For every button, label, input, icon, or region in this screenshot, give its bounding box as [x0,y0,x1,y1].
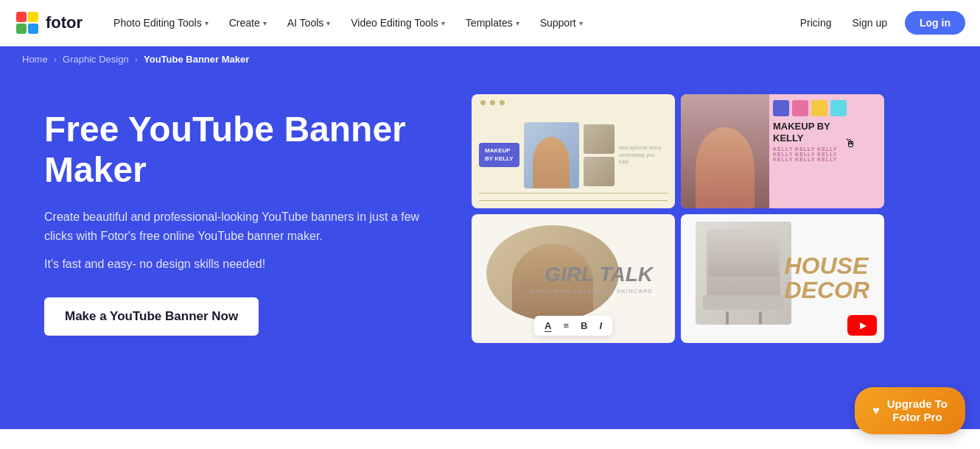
cursor-icon: 🖱 [844,137,856,150]
tpl2-color-3 [811,100,827,116]
leg-1 [726,311,729,325]
hero-section: Free YouTube Banner Maker Create beautif… [0,72,980,429]
tpl4-youtube-icon [847,315,877,336]
heart-icon: ♥ [872,404,880,417]
toolbar-italic-icon[interactable]: I [599,320,602,331]
tpl1-inner: MAKEUPBY KELLY new episode every wednesd… [479,122,668,188]
tpl2-content: MAKEUP BYKELLY KELLY KELLY KELLYKELLY KE… [773,100,878,162]
nav-items: Photo Editing Tools ▾ Create ▾ AI Tools … [105,11,797,35]
svg-rect-1 [16,12,27,22]
tpl1-line-1 [479,193,668,194]
chair-seat [703,295,784,310]
tpl4-title: HOUSE DECOR [784,254,869,303]
nav-templates[interactable]: Templates ▾ [457,11,528,35]
fotor-logo-icon [15,10,40,35]
upgrade-button[interactable]: ♥ Upgrade ToFotor Pro [855,387,965,434]
svg-rect-2 [28,12,38,22]
tpl1-small-photos [584,124,615,186]
hero-title: Free YouTube Banner Maker [44,109,472,190]
nav-photo-editing[interactable]: Photo Editing Tools ▾ [105,11,217,35]
chevron-down-icon: ▾ [441,19,445,27]
template-card-4[interactable]: HOUSE DECOR [681,214,884,343]
chevron-down-icon: ▾ [326,19,330,27]
dot-1 [480,100,486,105]
navbar: fotor Photo Editing Tools ▾ Create ▾ AI … [0,0,980,46]
brand-name: fotor [46,13,83,32]
tpl2-repeat-text: KELLY KELLY KELLYKELLY KELLY KELLYKELLY … [773,146,878,162]
svg-rect-3 [16,24,27,34]
breadcrumb-separator-1: › [54,54,57,65]
chair-legs [710,310,777,325]
template-previews: MAKEUPBY KELLY new episode every wednesd… [472,94,884,343]
chevron-down-icon: ▾ [263,19,267,27]
tpl2-color-blocks [773,100,878,116]
tpl3-text: GIRL TALK SUBSCRIBE | GLAM101 | SKINCARE [531,264,653,294]
svg-rect-4 [28,24,38,34]
decorative-dots [480,100,505,105]
nav-video-editing[interactable]: Video Editing Tools ▾ [342,11,454,35]
template-card-3[interactable]: GIRL TALK SUBSCRIBE | GLAM101 | SKINCARE… [472,214,675,343]
nav-create[interactable]: Create ▾ [220,11,276,35]
tpl1-right-text: new episode every wednesday you tube [619,144,663,166]
tpl1-line-2 [479,200,668,201]
tpl2-color-4 [830,100,847,116]
hero-description-2: It's fast and easy- no design skills nee… [44,258,472,271]
tpl1-main-photo [524,122,579,188]
breadcrumb: Home › Graphic Design › YouTube Banner M… [0,46,980,72]
tpl4-office-image [696,222,791,325]
chevron-down-icon: ▾ [516,19,519,27]
nav-actions: Pricing Sign up Log in [797,11,965,35]
nav-ai-tools[interactable]: AI Tools ▾ [279,11,340,35]
breadcrumb-graphic-design[interactable]: Graphic Design [63,54,129,65]
chair-back [709,233,778,277]
breadcrumb-current: YouTube Banner Maker [144,54,249,65]
toolbar-align-icon[interactable]: ≡ [563,320,569,331]
tpl1-small-photo-2 [584,157,615,186]
chevron-down-icon: ▾ [579,19,583,27]
dot-3 [500,100,505,105]
tpl4-title-text: HOUSE DECOR [784,254,869,303]
hero-description-1: Create beautiful and professional-lookin… [44,208,427,245]
tpl3-subtitle: SUBSCRIBE | GLAM101 | SKINCARE [531,287,653,294]
template-card-1[interactable]: MAKEUPBY KELLY new episode every wednesd… [472,94,675,208]
cta-button[interactable]: Make a YouTube Banner Now [44,297,259,336]
dot-2 [490,100,495,105]
chevron-down-icon: ▾ [205,19,209,27]
toolbar-bold-icon[interactable]: B [581,320,587,331]
toolbar-font-icon[interactable]: A [545,320,551,331]
template-card-2[interactable]: MAKEUP BYKELLY KELLY KELLY KELLYKELLY KE… [681,94,884,208]
tpl2-color-2 [792,100,808,116]
tpl3-title: GIRL TALK [531,264,653,284]
nav-login-button[interactable]: Log in [905,11,965,35]
tpl2-color-1 [773,100,789,116]
breadcrumb-home[interactable]: Home [22,54,48,65]
upgrade-label: Upgrade ToFotor Pro [887,397,948,424]
tpl2-brand-title: MAKEUP BYKELLY [773,121,878,144]
hero-content-left: Free YouTube Banner Maker Create beautif… [44,102,472,336]
tpl2-model-photo [681,94,769,208]
tpl3-text-toolbar: A ≡ B I [534,316,612,336]
nav-pricing[interactable]: Pricing [797,11,835,35]
tpl1-brand-box: MAKEUPBY KELLY [479,143,519,167]
tpl1-small-photo-1 [584,124,615,154]
nav-signup[interactable]: Sign up [844,11,896,35]
breadcrumb-separator-2: › [135,54,138,65]
logo[interactable]: fotor [15,10,83,35]
nav-support[interactable]: Support ▾ [531,11,592,35]
leg-2 [759,311,762,325]
